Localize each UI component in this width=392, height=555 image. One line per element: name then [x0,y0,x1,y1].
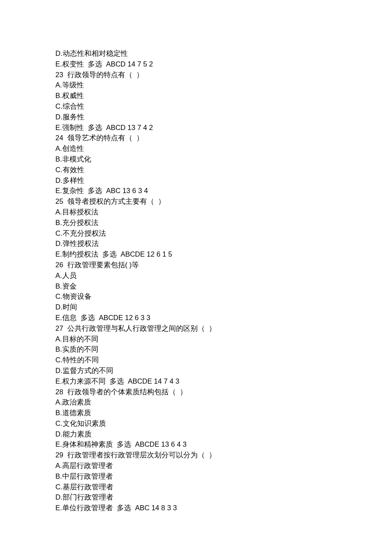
text-line: C.特性的不同 [55,355,337,365]
text-line: 27 公共行政管理与私人行政管理之间的区别（ ） [55,323,337,334]
text-line: E.权变性 多选 ABCD 14 7 5 2 [55,59,337,69]
text-line: 29 行政管理者按行政管理层次划分可以分为（ ） [55,450,337,460]
text-line: E.制约授权法 多选 ABCDE 12 6 1 5 [55,249,337,260]
text-line: B.中层行政管理者 [55,471,337,482]
text-line: B.资金 [55,281,337,292]
text-line: B.充分授权法 [55,217,337,228]
text-line: D.监督方式的不同 [55,365,337,376]
text-line: B.道德素质 [55,408,337,418]
text-line: A.目标的不同 [55,334,337,344]
text-line: E.单位行政管理者 多选 ABC 14 8 3 3 [55,503,337,513]
text-line: D.时间 [55,302,337,312]
text-line: D.服务性 [55,112,337,122]
text-line: D.部门行政管理者 [55,492,337,503]
text-line: 28 行政领导者的个体素质结构包括（ ） [55,387,337,397]
text-line: C.基层行政管理者 [55,482,337,492]
text-line: 24 领导艺术的特点有（ ） [55,133,337,143]
text-line: A.高层行政管理者 [55,460,337,471]
text-line: A.目标授权法 [55,207,337,217]
text-line: D.动态性和相对稳定性 [55,48,337,59]
text-line: E.权力来源不同 多选 ABCDE 14 7 4 3 [55,376,337,387]
text-line: 26 行政管理要素包括( )等 [55,260,337,270]
document-page: D.动态性和相对稳定性 E.权变性 多选 ABCD 14 7 5 2 23 行政… [0,0,392,555]
text-line: 23 行政领导的特点有（ ） [55,69,337,80]
text-line: E.信息 多选 ABCDE 12 6 3 3 [55,312,337,323]
text-line: B.权威性 [55,90,337,101]
text-line: C.不充分授权法 [55,228,337,239]
text-line: A.人员 [55,270,337,281]
text-line: C.文化知识素质 [55,418,337,429]
text-line: C.物资设备 [55,291,337,302]
text-line: A.创造性 [55,143,337,154]
text-line: A.等级性 [55,80,337,90]
text-line: B.非模式化 [55,154,337,165]
text-line: C.综合性 [55,101,337,112]
text-line: A.政治素质 [55,397,337,408]
text-line: E.强制性 多选 ABCD 13 7 4 2 [55,122,337,133]
text-line: D.多样性 [55,175,337,186]
text-line: D.弹性授权法 [55,238,337,249]
text-line: B.实质的不同 [55,344,337,355]
text-line: 25 领导者授权的方式主要有（ ） [55,196,337,207]
text-line: E.身体和精神素质 多选 ABCDE 13 6 4 3 [55,439,337,450]
text-line: D.能力素质 [55,429,337,439]
text-line: E.复杂性 多选 ABC 13 6 3 4 [55,185,337,196]
text-line: C.有效性 [55,165,337,175]
